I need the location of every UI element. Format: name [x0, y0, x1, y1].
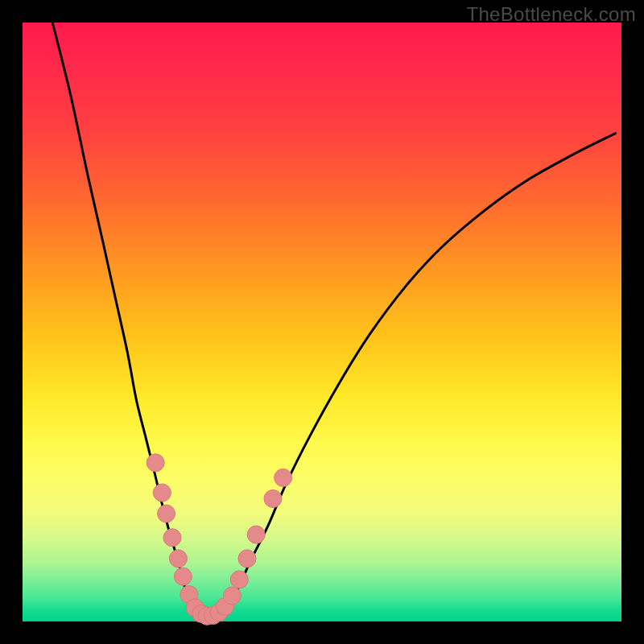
marker-dot [169, 550, 187, 568]
marker-dot [247, 526, 265, 543]
marker-dot [158, 505, 175, 522]
watermark-text: TheBottleneck.com [466, 3, 636, 26]
marker-dot [275, 469, 292, 486]
chart-frame: TheBottleneck.com [0, 0, 644, 644]
marker-dot [230, 571, 248, 588]
chart-svg [23, 23, 621, 621]
marker-dots [147, 454, 291, 625]
marker-dot [238, 550, 256, 568]
plot-area [23, 23, 621, 621]
marker-dot [153, 484, 171, 502]
marker-dot [147, 454, 164, 472]
marker-dot [174, 568, 192, 585]
marker-dot [223, 587, 241, 605]
marker-dot [163, 529, 181, 547]
bottleneck-curve [52, 23, 615, 617]
marker-dot [264, 489, 282, 507]
